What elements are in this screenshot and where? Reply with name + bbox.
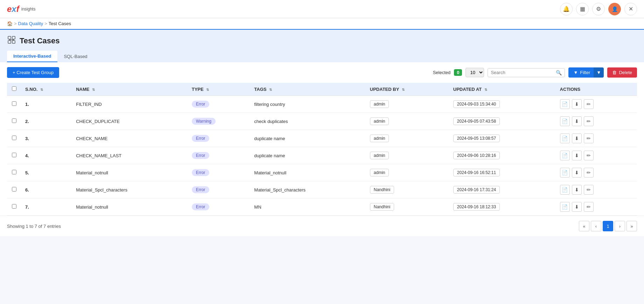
row-sno-0: 1. xyxy=(21,96,72,113)
delete-icon: 🗑 xyxy=(612,70,617,75)
user-badge-4: admin xyxy=(370,169,389,176)
row-checkbox-cell xyxy=(7,147,21,164)
footer: Showing 1 to 7 of 7 entries « ‹ 1 › » xyxy=(0,216,644,236)
action-edit-5[interactable]: ✏ xyxy=(584,185,594,195)
row-checkbox-5[interactable] xyxy=(12,187,16,191)
row-checkbox-cell xyxy=(7,198,21,216)
filter-dropdown-arrow[interactable]: ▼ xyxy=(594,67,604,78)
type-badge-3: Error xyxy=(192,152,210,159)
grid-icon[interactable]: ▦ xyxy=(576,3,589,15)
action-download-4[interactable]: ⬇ xyxy=(572,168,582,178)
close-icon[interactable]: ✕ xyxy=(624,3,637,15)
action-edit-0[interactable]: ✏ xyxy=(584,99,594,109)
action-download-3[interactable]: ⬇ xyxy=(572,151,582,160)
action-edit-2[interactable]: ✏ xyxy=(584,133,594,143)
user-badge-1: admin xyxy=(370,117,389,125)
row-updated-at-3: 2024-09-06 10:28:16 xyxy=(449,147,556,164)
table-row: 7. Material_notnull Error MN Nandhini 20… xyxy=(7,198,637,216)
row-checkbox-3[interactable] xyxy=(12,153,16,157)
row-sno-6: 7. xyxy=(21,198,72,216)
search-input[interactable] xyxy=(491,70,554,75)
row-type-4: Error xyxy=(188,164,250,181)
date-badge-6: 2024-09-16 18:12:33 xyxy=(453,203,500,211)
delete-button[interactable]: 🗑 Delete xyxy=(607,67,637,78)
type-badge-2: Error xyxy=(192,135,210,142)
row-updated-at-5: 2024-09-16 17:31:24 xyxy=(449,181,556,198)
row-checkbox-cell xyxy=(7,96,21,113)
row-checkbox-0[interactable] xyxy=(12,101,16,106)
row-updated-at-4: 2024-09-16 16:52:11 xyxy=(449,164,556,181)
tabs: Interactive-Based SQL-Based xyxy=(7,51,637,62)
svg-rect-2 xyxy=(8,41,11,43)
logo-x: x xyxy=(12,4,16,14)
per-page-select[interactable]: 10 25 50 xyxy=(465,68,484,77)
type-badge-6: Error xyxy=(192,203,210,210)
row-updated-by-6: Nandhini xyxy=(366,198,449,216)
page-title-row: Test Cases xyxy=(7,35,637,46)
action-edit-1[interactable]: ✏ xyxy=(584,116,594,126)
page-title: Test Cases xyxy=(20,36,60,45)
action-view-4[interactable]: 📄 xyxy=(560,168,570,178)
breadcrumb-data-quality[interactable]: Data Quality xyxy=(18,21,43,26)
action-edit-3[interactable]: ✏ xyxy=(584,151,594,160)
select-all-checkbox[interactable] xyxy=(12,86,16,91)
create-test-group-button[interactable]: + Create Test Group xyxy=(7,67,59,78)
svg-rect-1 xyxy=(12,36,15,39)
user-badge-2: admin xyxy=(370,135,389,142)
action-download-0[interactable]: ⬇ xyxy=(572,99,582,109)
action-view-3[interactable]: 📄 xyxy=(560,151,570,160)
row-checkbox-cell xyxy=(7,181,21,198)
breadcrumb-home-icon[interactable]: 🏠 xyxy=(7,21,13,26)
selected-count-badge: 0 xyxy=(454,69,462,76)
pagination-next[interactable]: › xyxy=(615,221,625,231)
test-cases-icon xyxy=(7,35,16,46)
row-name-1: CHECK_DUPLICATE xyxy=(72,113,187,130)
pagination-first[interactable]: « xyxy=(579,221,589,231)
date-badge-2: 2024-09-05 13:08:57 xyxy=(453,135,500,142)
action-view-5[interactable]: 📄 xyxy=(560,185,570,195)
row-tags-1: check duplicates xyxy=(250,113,365,130)
toolbar: + Create Test Group Selected 0 10 25 50 … xyxy=(0,62,644,83)
row-actions-5: 📄 ⬇ ✏ xyxy=(556,181,637,198)
filter-icon: ▼ xyxy=(573,70,578,75)
action-edit-6[interactable]: ✏ xyxy=(584,202,594,212)
svg-rect-0 xyxy=(8,36,11,39)
action-view-6[interactable]: 📄 xyxy=(560,202,570,212)
action-view-0[interactable]: 📄 xyxy=(560,99,570,109)
notification-icon[interactable]: 🔔 xyxy=(560,3,573,15)
row-updated-by-2: admin xyxy=(366,130,449,147)
action-download-2[interactable]: ⬇ xyxy=(572,133,582,143)
row-tags-4: Material_notnull xyxy=(250,164,365,181)
pagination-last[interactable]: » xyxy=(626,221,637,231)
row-checkbox-cell xyxy=(7,164,21,181)
date-badge-4: 2024-09-16 16:52:11 xyxy=(453,169,500,176)
action-edit-4[interactable]: ✏ xyxy=(584,168,594,178)
action-view-2[interactable]: 📄 xyxy=(560,133,570,143)
pagination-prev[interactable]: ‹ xyxy=(591,221,601,231)
row-type-5: Error xyxy=(188,181,250,198)
row-checkbox-6[interactable] xyxy=(12,204,16,209)
user-avatar[interactable]: 👤 xyxy=(608,3,621,15)
date-badge-1: 2024-09-05 07:43:58 xyxy=(453,117,500,125)
col-type: TYPE ⇅ xyxy=(188,83,250,96)
action-view-1[interactable]: 📄 xyxy=(560,116,570,126)
row-checkbox-4[interactable] xyxy=(12,170,16,174)
settings-icon[interactable]: ⚙ xyxy=(592,3,605,15)
row-checkbox-2[interactable] xyxy=(12,136,16,140)
row-name-4: Material_notnull xyxy=(72,164,187,181)
action-download-5[interactable]: ⬇ xyxy=(572,185,582,195)
tab-interactive-based[interactable]: Interactive-Based xyxy=(7,51,57,62)
row-tags-0: filtering country xyxy=(250,96,365,113)
row-actions-4: 📄 ⬇ ✏ xyxy=(556,164,637,181)
action-download-1[interactable]: ⬇ xyxy=(572,116,582,126)
tab-sql-based[interactable]: SQL-Based xyxy=(57,51,93,62)
col-updated-at: UPDATED AT ⇅ xyxy=(449,83,556,96)
date-badge-0: 2024-09-03 15:34:40 xyxy=(453,100,500,108)
action-download-6[interactable]: ⬇ xyxy=(572,202,582,212)
col-updated-by: UPDATED BY ⇅ xyxy=(366,83,449,96)
pagination-page-1[interactable]: 1 xyxy=(603,221,613,231)
row-tags-6: MN xyxy=(250,198,365,216)
row-checkbox-1[interactable] xyxy=(12,118,16,123)
filter-button[interactable]: ▼ Filter xyxy=(568,67,595,78)
row-updated-at-6: 2024-09-16 18:12:33 xyxy=(449,198,556,216)
